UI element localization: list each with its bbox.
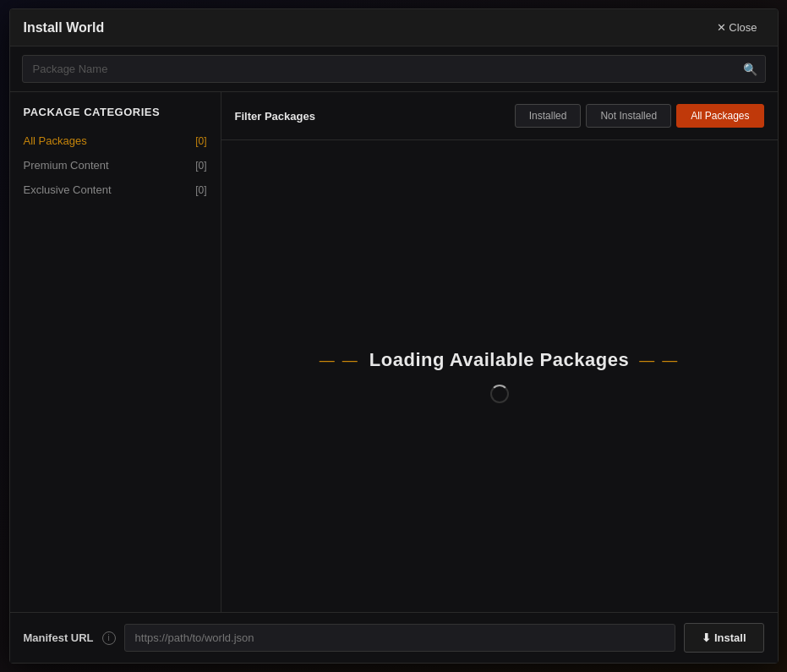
search-bar: 🔍 [10,46,778,92]
filter-bar: Filter Packages Installed Not Installed … [221,92,778,140]
loading-text-wrapper: — — Loading Available Packages — — [320,349,679,371]
filter-not-installed-button[interactable]: Not Installed [586,104,671,128]
category-all-packages[interactable]: All Packages [0] [10,128,221,153]
loading-text: Loading Available Packages [369,349,629,371]
manifest-url-input[interactable] [124,624,676,652]
sidebar: Package Categories All Packages [0] Prem… [10,92,221,612]
modal: Install World ✕ Close 🔍 Package Categori… [9,8,779,664]
category-premium-content-label: Premium Content [24,159,109,172]
category-exclusive-content[interactable]: Exclusive Content [0] [10,178,221,202]
info-icon[interactable]: i [102,631,116,645]
modal-header: Install World ✕ Close [10,9,778,46]
modal-title: Install World [24,20,105,36]
search-input-wrapper: 🔍 [22,55,766,83]
category-all-packages-count: [0] [195,135,206,147]
manifest-label: Manifest URL [24,631,94,644]
filter-label: Filter Packages [235,110,315,123]
modal-footer: Manifest URL i ⬇ Install [10,612,778,663]
main-content: Package Categories All Packages [0] Prem… [10,92,778,612]
category-premium-content[interactable]: Premium Content [0] [10,153,221,178]
search-input[interactable] [22,55,766,83]
loading-dash-right: — — [639,352,679,369]
filter-all-packages-button[interactable]: All Packages [676,104,763,128]
backdrop: Install World ✕ Close 🔍 Package Categori… [0,0,787,672]
category-exclusive-content-count: [0] [195,184,206,196]
sidebar-header: Package Categories [10,106,221,128]
filter-installed-button[interactable]: Installed [515,104,582,128]
loading-dash-left: — — [320,352,359,369]
loading-spinner [490,385,509,403]
content-area: Filter Packages Installed Not Installed … [221,92,778,612]
install-button[interactable]: ⬇ Install [684,623,763,653]
packages-area: — — Loading Available Packages — — [221,140,778,612]
filter-buttons: Installed Not Installed All Packages [515,104,764,128]
category-all-packages-label: All Packages [24,134,87,147]
category-premium-content-count: [0] [195,160,206,172]
close-button[interactable]: ✕ Close [710,18,764,37]
category-exclusive-content-label: Exclusive Content [24,183,112,196]
